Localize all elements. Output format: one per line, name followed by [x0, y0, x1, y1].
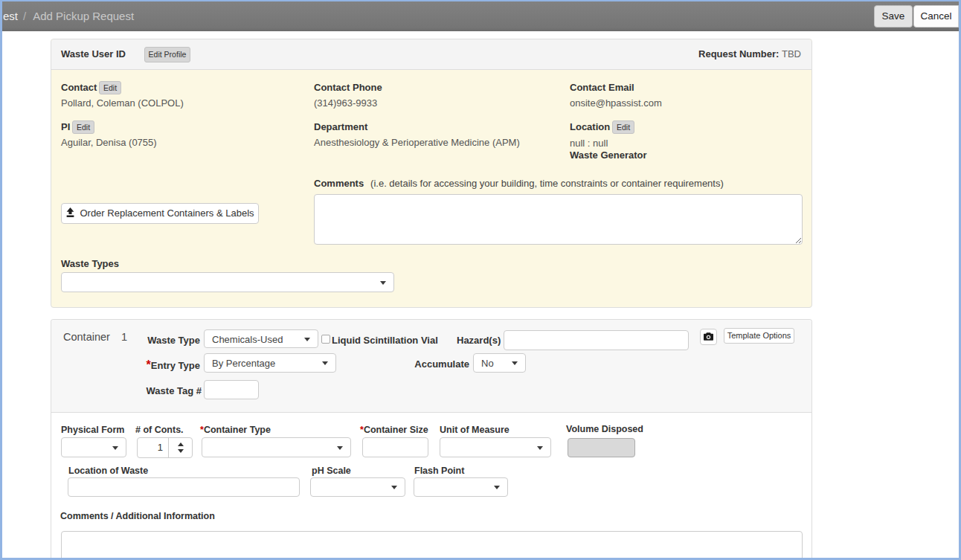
ph-scale-select[interactable] — [310, 477, 405, 497]
increment-icon[interactable] — [178, 442, 184, 446]
pi-value: Aguilar, Denisa (0755) — [61, 137, 157, 148]
chevron-down-icon — [512, 361, 518, 365]
volume-disposed-label: Volume Disposed — [566, 424, 643, 434]
container-type-label: *Container Type — [200, 425, 271, 435]
num-conts-stepper[interactable]: 1 — [137, 437, 193, 458]
upload-icon — [65, 207, 75, 217]
container-type-select[interactable] — [202, 437, 351, 457]
contact-value: Pollard, Coleman (COLPOL) — [61, 97, 184, 109]
physical-form-select[interactable] — [61, 437, 126, 457]
container-size-label: *Container Size — [360, 425, 428, 435]
contact-edit-button[interactable]: Edit — [99, 81, 121, 94]
waste-generator-label: Waste Generator — [570, 149, 647, 161]
liquid-scintillation-vial-checkbox[interactable] — [321, 335, 330, 344]
comments-hint: (i.e. details for accessing your buildin… — [370, 178, 724, 189]
camera-button[interactable] — [700, 329, 717, 345]
waste-user-panel-heading: Waste User ID Edit Profile Request Numbe… — [51, 39, 811, 70]
cancel-button[interactable]: Cancel — [913, 5, 959, 28]
physical-form-label: Physical Form — [61, 425, 124, 435]
comments-label: Comments (i.e. details for accessing you… — [314, 176, 724, 190]
waste-types-label: Waste Types — [61, 258, 119, 269]
container-size-input[interactable] — [362, 437, 428, 457]
flash-point-label: Flash Point — [414, 466, 464, 476]
hazards-label: Hazard(s) — [457, 335, 501, 346]
unit-of-measure-select[interactable] — [440, 437, 551, 457]
request-number-value: TBD — [782, 48, 801, 59]
waste-type-select[interactable]: Chemicals-Used — [204, 329, 318, 348]
breadcrumb-separator: / — [23, 10, 26, 22]
accumulate-label: Accumulate — [364, 358, 469, 370]
pi-edit-button[interactable]: Edit — [72, 120, 94, 134]
entry-type-select[interactable]: By Percentage — [204, 353, 336, 373]
liquid-scintillation-vial-label: Liquid Scintillation Vial — [332, 335, 438, 346]
breadcrumb-current: Add Pickup Request — [33, 10, 134, 22]
hazards-input[interactable] — [504, 330, 689, 350]
chevron-down-icon — [304, 338, 310, 341]
contact-email-value: onsite@hpassist.com — [570, 97, 662, 109]
save-button[interactable]: Save — [874, 5, 913, 28]
decrement-icon[interactable] — [178, 449, 184, 453]
chevron-down-icon — [380, 281, 386, 285]
chevron-down-icon — [337, 446, 343, 450]
location-of-waste-input[interactable] — [68, 477, 300, 497]
edit-profile-button[interactable]: Edit Profile — [144, 47, 190, 62]
chevron-down-icon — [391, 486, 397, 489]
location-of-waste-label: Location of Waste — [68, 466, 148, 476]
order-replacement-button[interactable]: Order Replacement Containers & Labels — [61, 203, 259, 224]
waste-types-select[interactable] — [61, 272, 394, 292]
contact-phone-value: (314)963-9933 — [314, 97, 377, 109]
container-comments-label: Comments / Additional Information — [60, 511, 215, 521]
pi-label: PI — [61, 121, 70, 132]
waste-tag-input[interactable] — [204, 380, 259, 399]
template-options-button[interactable]: Template Options — [724, 328, 794, 344]
volume-disposed-input — [568, 438, 635, 457]
accumulate-select[interactable]: No — [473, 353, 526, 373]
department-label: Department — [314, 121, 367, 132]
breadcrumb-previous-truncated[interactable]: est — [3, 10, 18, 22]
entry-type-label: *Entry Type — [96, 358, 200, 372]
container-panel: Container1 Waste Type Chemicals-Used Liq… — [51, 319, 812, 560]
location-value: null : null — [570, 138, 608, 149]
chevron-down-icon — [112, 446, 118, 450]
camera-icon — [704, 332, 713, 341]
num-conts-value[interactable]: 1 — [138, 438, 169, 457]
location-edit-button[interactable]: Edit — [612, 120, 634, 134]
chevron-down-icon — [322, 361, 328, 365]
container-comments-textarea[interactable] — [61, 531, 803, 560]
comments-textarea[interactable] — [314, 194, 803, 245]
flash-point-select[interactable] — [414, 477, 508, 497]
request-number: Request Number: TBD — [698, 48, 801, 59]
chevron-down-icon — [537, 446, 543, 450]
waste-tag-label: Waste Tag # — [96, 385, 202, 396]
contact-email-label: Contact Email — [570, 82, 634, 93]
location-label: Location — [570, 121, 610, 132]
top-navbar: est/Add Pickup Request Save Cancel — [1, 1, 960, 31]
breadcrumb: est/Add Pickup Request — [3, 10, 134, 22]
waste-type-label: Waste Type — [96, 335, 200, 346]
department-value: Anesthesiology & Perioperative Medicine … — [314, 137, 520, 148]
num-conts-label: # of Conts. — [135, 425, 184, 435]
contact-phone-label: Contact Phone — [314, 82, 382, 93]
ph-scale-label: pH Scale — [312, 466, 351, 476]
waste-user-panel: Waste User ID Edit Profile Request Numbe… — [51, 39, 812, 308]
unit-of-measure-label: Unit of Measure — [440, 425, 510, 435]
chevron-down-icon — [494, 486, 500, 489]
contact-label: Contact — [61, 82, 97, 93]
panel-title: Waste User ID — [61, 48, 126, 59]
